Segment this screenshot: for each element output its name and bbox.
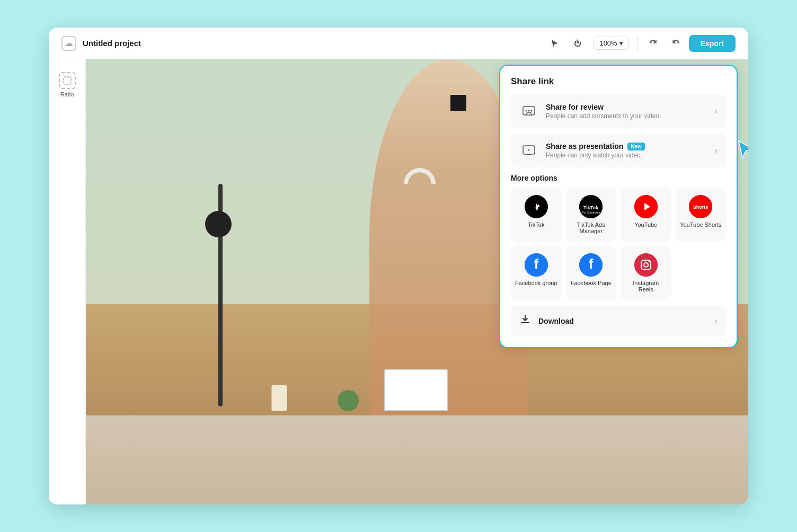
ratio-icon (59, 72, 76, 89)
svg-point-6 (528, 149, 530, 151)
undo-button[interactable] (647, 37, 660, 50)
share-presentation-text: Share as presentation New People can onl… (546, 142, 707, 159)
svg-point-18 (634, 253, 658, 277)
download-label: Download (538, 317, 707, 325)
download-icon (519, 314, 531, 328)
share-panel: Share link Share for (499, 65, 738, 348)
svg-text:f: f (589, 256, 594, 272)
header-tools: 100% ▾ (548, 36, 682, 51)
platform-fb-page[interactable]: f Facebook Page (566, 246, 617, 300)
share-as-presentation-option[interactable]: Share as presentation New People can onl… (511, 134, 726, 167)
platforms-grid: TikTok TikTok For Business TikTok Ads Ma… (511, 188, 726, 300)
share-presentation-icon (519, 141, 538, 160)
more-options-title: More options (511, 174, 726, 182)
download-option[interactable]: Download › (511, 305, 726, 336)
download-chevron-icon: › (715, 316, 718, 326)
export-button[interactable]: Export (689, 35, 736, 52)
redo-button[interactable] (669, 37, 683, 50)
tiktok-icon (525, 195, 548, 218)
svg-text:Shorts: Shorts (693, 205, 709, 210)
share-review-title: Share for review (546, 103, 707, 111)
new-badge: New (627, 143, 645, 150)
share-panel-title: Share link (511, 76, 726, 87)
share-for-review-option[interactable]: Share for review People can add comments… (511, 94, 726, 128)
share-review-icon (519, 102, 538, 121)
svg-point-3 (528, 110, 530, 112)
svg-point-4 (531, 110, 533, 112)
platform-youtube-shorts[interactable]: Shorts YouTube Shorts (676, 188, 727, 242)
platform-tiktok-ads[interactable]: TikTok For Business TikTok Ads Manager (566, 188, 617, 242)
canvas-area: Share link Share for (86, 59, 748, 504)
tiktok-label: TikTok (528, 221, 544, 228)
platform-tiktok[interactable]: TikTok (511, 188, 562, 242)
app-window: ☁ Untitled project 100% ▾ (49, 28, 748, 504)
share-presentation-title: Share as presentation New (546, 142, 707, 150)
header: ☁ Untitled project 100% ▾ (49, 28, 748, 59)
instagram-label: Instagram Reels (625, 280, 667, 292)
fb-group-label: Facebook group (515, 280, 557, 286)
share-review-text: Share for review People can add comments… (546, 103, 707, 120)
svg-text:f: f (534, 256, 538, 272)
platform-fb-group[interactable]: f Facebook group (511, 246, 562, 300)
youtube-icon (634, 195, 658, 218)
tiktok-ads-label: TikTok Ads Manager (570, 221, 613, 234)
logo-icon: ☁ (61, 36, 76, 51)
sidebar-item-ratio-label: Ratio (60, 91, 74, 97)
youtube-label: YouTube (634, 221, 657, 228)
sidebar-item-ratio[interactable]: Ratio (53, 68, 82, 102)
youtube-shorts-label: YouTube Shorts (680, 221, 721, 228)
share-presentation-desc: People can only watch your video. (546, 152, 707, 159)
zoom-value: 100% (599, 39, 617, 47)
header-divider (637, 36, 638, 51)
zoom-control[interactable]: 100% ▾ (594, 37, 628, 50)
svg-text:TikTok: TikTok (583, 205, 599, 210)
svg-rect-0 (64, 77, 71, 84)
cursor-pointer-icon (734, 139, 748, 164)
fb-page-label: Facebook Page (571, 280, 612, 286)
platform-instagram[interactable]: Instagram Reels (621, 246, 671, 300)
youtube-shorts-icon: Shorts (689, 195, 712, 218)
main-area: Ratio (49, 59, 748, 504)
fb-group-icon: f (525, 253, 548, 277)
platform-youtube[interactable]: YouTube (621, 188, 671, 242)
share-review-desc: People can add comments to your video. (546, 112, 707, 120)
cursor-tool-button[interactable] (548, 37, 562, 50)
svg-point-21 (648, 261, 650, 262)
svg-point-2 (526, 110, 527, 112)
zoom-chevron-icon: ▾ (619, 39, 623, 47)
fb-page-icon: f (579, 253, 603, 277)
hand-tool-button[interactable] (570, 36, 585, 51)
share-presentation-chevron-icon: › (715, 146, 718, 155)
share-review-chevron-icon: › (715, 107, 718, 116)
svg-text:For Business: For Business (582, 211, 600, 214)
project-title: Untitled project (83, 39, 542, 48)
instagram-icon (634, 253, 658, 277)
sidebar: Ratio (49, 59, 86, 504)
tiktok-ads-icon: TikTok For Business (579, 195, 603, 218)
